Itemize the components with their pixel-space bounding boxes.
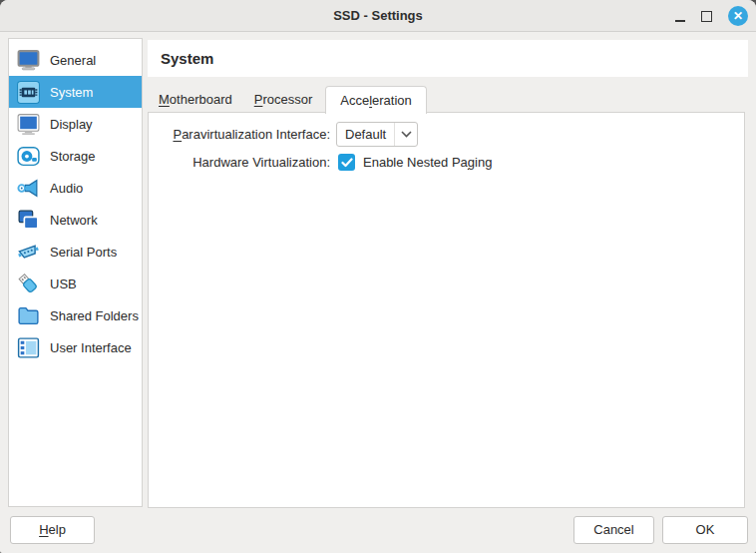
- audio-icon: [15, 175, 41, 201]
- user-interface-icon: [15, 334, 41, 360]
- tab-motherboard[interactable]: Motherboard: [150, 87, 241, 113]
- maximize-button[interactable]: [701, 11, 712, 22]
- tab-processor[interactable]: Processor: [245, 87, 322, 113]
- page-header: System: [148, 40, 748, 77]
- acceleration-tab-panel: Paravirtualization Interface: Default Ha…: [148, 112, 745, 508]
- page-title: System: [161, 50, 213, 67]
- serial-ports-icon: [15, 239, 41, 265]
- titlebar: SSD - Settings ✕: [0, 0, 756, 32]
- paravirtualization-row: Paravirtualization Interface: Default: [149, 122, 744, 147]
- sidebar-item-label: USB: [50, 276, 77, 291]
- sidebar-item-label: Network: [50, 213, 98, 228]
- sidebar-item-storage[interactable]: Storage: [9, 140, 142, 172]
- general-icon: [15, 47, 41, 73]
- network-icon: [15, 207, 41, 233]
- shared-folders-icon: [15, 302, 41, 328]
- sidebar-item-audio[interactable]: Audio: [9, 172, 142, 204]
- help-button[interactable]: Help: [10, 516, 95, 544]
- sidebar-item-system[interactable]: System: [9, 76, 142, 108]
- paravirtualization-label: Paravirtualization Interface:: [149, 127, 330, 142]
- system-icon: [15, 79, 41, 105]
- nested-paging-checkbox[interactable]: [338, 154, 355, 171]
- sidebar-item-label: Shared Folders: [50, 308, 139, 323]
- usb-icon: [15, 271, 41, 296]
- sidebar-item-display[interactable]: Display: [9, 108, 142, 140]
- nested-paging-label: Enable Nested Paging: [363, 155, 492, 170]
- sidebar-item-label: Audio: [50, 181, 83, 196]
- sidebar-item-usb[interactable]: USB: [9, 268, 142, 299]
- storage-icon: [15, 143, 41, 169]
- display-icon: [15, 111, 41, 137]
- paravirtualization-select[interactable]: Default: [336, 122, 418, 147]
- sidebar-item-label: Storage: [50, 149, 96, 164]
- window-controls: ✕: [675, 0, 748, 32]
- close-button[interactable]: ✕: [728, 6, 748, 26]
- paravirtualization-selected-value: Default: [345, 127, 394, 142]
- sidebar-item-network[interactable]: Network: [9, 204, 142, 236]
- cancel-button[interactable]: Cancel: [573, 516, 654, 544]
- sidebar-item-label: Display: [50, 117, 93, 132]
- sidebar-item-user-interface[interactable]: User Interface: [9, 331, 142, 363]
- tab-acceleration[interactable]: Acceleration: [325, 86, 427, 114]
- system-tabs: Motherboard Processor Acceleration: [150, 86, 431, 113]
- sidebar-item-label: General: [50, 53, 96, 68]
- settings-category-list: General System Display Storage Audio: [8, 38, 143, 507]
- hardware-virtualization-label: Hardware Virtualization:: [149, 155, 330, 170]
- ok-button[interactable]: OK: [662, 516, 748, 544]
- chevron-down-icon: [395, 131, 417, 138]
- sidebar-item-label: System: [50, 85, 93, 100]
- sidebar-item-serial-ports[interactable]: Serial Ports: [9, 236, 142, 268]
- settings-window: SSD - Settings ✕ General System Display: [0, 0, 756, 553]
- sidebar-item-label: Serial Ports: [50, 245, 117, 260]
- sidebar-item-shared-folders[interactable]: Shared Folders: [9, 299, 142, 331]
- sidebar-item-label: User Interface: [50, 340, 132, 355]
- sidebar-item-general[interactable]: General: [9, 44, 142, 76]
- hardware-virtualization-row: Hardware Virtualization: Enable Nested P…: [149, 154, 744, 171]
- minimize-button[interactable]: [675, 12, 685, 22]
- window-title: SSD - Settings: [333, 8, 423, 23]
